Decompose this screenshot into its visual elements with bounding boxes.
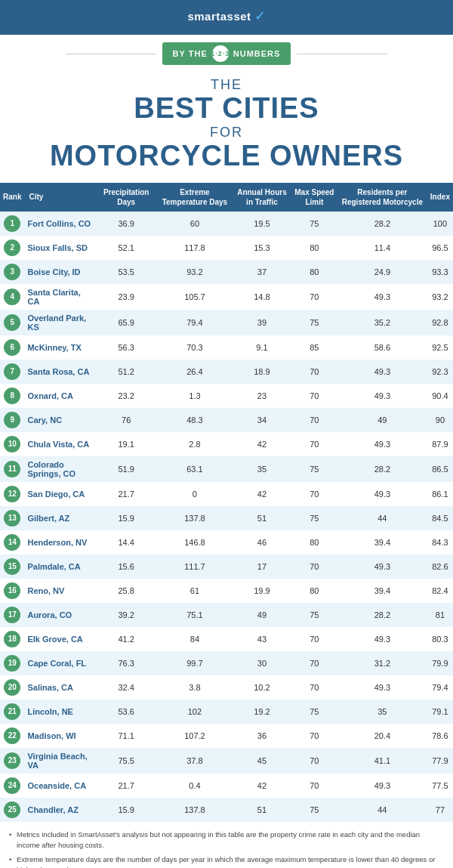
footnote-item: Extreme temperature days are the number … (9, 854, 444, 868)
index-cell: 81 (427, 603, 453, 627)
residents-cell: 58.6 (337, 335, 427, 360)
precip-cell: 15.9 (96, 506, 157, 530)
col-precip: Precipitation Days (96, 183, 157, 212)
rank-badge: 25 (4, 802, 20, 818)
annual-hours-cell: 49 (233, 603, 291, 627)
rank-cell: 25 (0, 798, 24, 822)
speed-limit-cell: 80 (291, 236, 337, 260)
city-cell: Cary, NC (24, 408, 95, 432)
banner-section: BY THE 1·2·3 NUMBERS (0, 35, 453, 70)
rank-badge: 9 (4, 412, 20, 428)
rank-badge: 7 (4, 363, 20, 380)
speed-limit-cell: 80 (291, 530, 337, 554)
table-row: 9Cary, NC7648.334704990 (0, 408, 453, 432)
title-line2: for Motorcycle Owners (15, 125, 438, 172)
index-cell: 78.6 (427, 724, 453, 748)
residents-cell: 28.2 (337, 603, 427, 627)
extreme-temp-cell: 146.8 (157, 530, 233, 554)
annual-hours-cell: 18.9 (233, 360, 291, 384)
table-body: 1Fort Collins, CO36.96019.57528.21002Sio… (0, 212, 453, 822)
speed-limit-cell: 70 (291, 384, 337, 408)
rank-cell: 8 (0, 384, 24, 408)
residents-cell: 49.3 (337, 482, 427, 506)
data-table-container: Rank City Precipitation Days Extreme Tem… (0, 183, 453, 822)
index-cell: 77 (427, 798, 453, 822)
rank-cell: 14 (0, 530, 24, 554)
precip-cell: 75.5 (96, 748, 157, 774)
index-cell: 77.5 (427, 774, 453, 798)
rank-badge: 12 (4, 486, 20, 502)
annual-hours-cell: 15.3 (233, 236, 291, 260)
rank-badge: 19 (4, 655, 20, 672)
extreme-temp-cell: 60 (157, 212, 233, 236)
extreme-temp-cell: 105.7 (157, 284, 233, 310)
numbers-badge: 1·2·3 (212, 45, 229, 62)
index-cell: 93.3 (427, 260, 453, 284)
residents-cell: 39.4 (337, 530, 427, 554)
annual-hours-cell: 39 (233, 310, 291, 335)
col-city: City (24, 183, 95, 212)
rank-cell: 20 (0, 675, 24, 700)
residents-cell: 49.3 (337, 284, 427, 310)
rank-cell: 15 (0, 554, 24, 579)
city-cell: Palmdale, CA (24, 554, 95, 579)
precip-cell: 19.1 (96, 432, 157, 456)
rank-cell: 13 (0, 506, 24, 530)
table-row: 8Oxnard, CA23.21.3237049.390.4 (0, 384, 453, 408)
city-cell: Santa Clarita, CA (24, 284, 95, 310)
residents-cell: 49.3 (337, 627, 427, 651)
index-cell: 92.3 (427, 360, 453, 384)
speed-limit-cell: 75 (291, 506, 337, 530)
speed-limit-cell: 70 (291, 482, 337, 506)
speed-limit-cell: 70 (291, 774, 337, 798)
by-the-numbers-badge: BY THE 1·2·3 NUMBERS (162, 42, 291, 65)
extreme-temp-cell: 48.3 (157, 408, 233, 432)
extreme-temp-cell: 111.7 (157, 554, 233, 579)
rank-badge: 6 (4, 339, 20, 356)
rank-badge: 20 (4, 679, 20, 696)
rank-badge: 24 (4, 777, 20, 794)
city-cell: Boise City, ID (24, 260, 95, 284)
annual-hours-cell: 9.1 (233, 335, 291, 360)
rank-badge: 17 (4, 607, 20, 623)
table-row: 3Boise City, ID53.593.2378024.993.3 (0, 260, 453, 284)
table-row: 25Chandler, AZ15.9137.851754477 (0, 798, 453, 822)
rank-cell: 1 (0, 212, 24, 236)
residents-cell: 28.2 (337, 212, 427, 236)
title-motorcycle-owners: Motorcycle Owners (15, 141, 438, 172)
residents-cell: 24.9 (337, 260, 427, 284)
col-extreme-temp: Extreme Temperature Days (157, 183, 233, 212)
residents-cell: 39.4 (337, 579, 427, 603)
rank-badge: 21 (4, 703, 20, 720)
city-cell: Oxnard, CA (24, 384, 95, 408)
index-cell: 86.1 (427, 482, 453, 506)
residents-cell: 41.1 (337, 748, 427, 774)
speed-limit-cell: 75 (291, 456, 337, 482)
extreme-temp-cell: 0 (157, 482, 233, 506)
rank-cell: 6 (0, 335, 24, 360)
precip-cell: 36.9 (96, 212, 157, 236)
precip-cell: 15.9 (96, 798, 157, 822)
logo: smartasset ✓ (187, 8, 265, 24)
extreme-temp-cell: 93.2 (157, 260, 233, 284)
index-cell: 87.9 (427, 432, 453, 456)
speed-limit-cell: 70 (291, 651, 337, 675)
residents-cell: 49.3 (337, 675, 427, 700)
index-cell: 93.2 (427, 284, 453, 310)
extreme-temp-cell: 70.3 (157, 335, 233, 360)
precip-cell: 51.2 (96, 360, 157, 384)
table-row: 15Palmdale, CA15.6111.7177049.382.6 (0, 554, 453, 579)
speed-limit-cell: 70 (291, 554, 337, 579)
speed-limit-cell: 85 (291, 335, 337, 360)
annual-hours-cell: 36 (233, 724, 291, 748)
extreme-temp-cell: 2.8 (157, 432, 233, 456)
city-cell: Lincoln, NE (24, 700, 95, 724)
city-cell: Chula Vista, CA (24, 432, 95, 456)
table-row: 10Chula Vista, CA19.12.8427049.387.9 (0, 432, 453, 456)
city-cell: San Diego, CA (24, 482, 95, 506)
annual-hours-cell: 42 (233, 432, 291, 456)
precip-cell: 71.1 (96, 724, 157, 748)
rank-badge: 16 (4, 582, 20, 599)
city-cell: Gilbert, AZ (24, 506, 95, 530)
extreme-temp-cell: 61 (157, 579, 233, 603)
